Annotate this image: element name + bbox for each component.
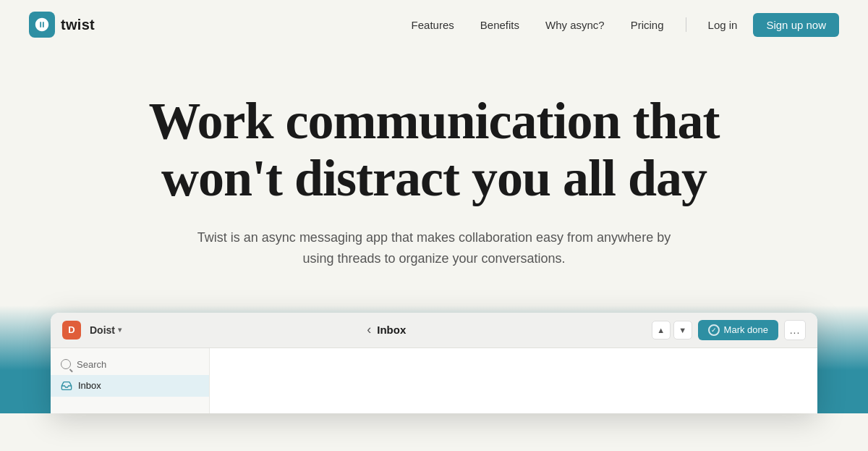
app-preview-section: D Doist ▾ ‹ Inbox ▲ ▼ ✓ Mark done	[0, 305, 868, 413]
nav-signup[interactable]: Sign up now	[753, 13, 839, 37]
inbox-icon	[61, 380, 72, 392]
app-titlebar: D Doist ▾ ‹ Inbox ▲ ▼ ✓ Mark done	[51, 313, 817, 348]
workspace-name[interactable]: Doist ▾	[90, 324, 122, 336]
search-icon	[61, 359, 71, 369]
nav-pricing[interactable]: Pricing	[621, 14, 674, 35]
nav-divider	[686, 17, 686, 32]
logo-text: twist	[61, 17, 95, 33]
navbar: twist Features Benefits Why async? Prici…	[0, 0, 868, 49]
nav-login[interactable]: Log in	[698, 14, 748, 35]
sidebar-inbox-item[interactable]: Inbox	[51, 375, 209, 397]
inbox-breadcrumb: Inbox	[377, 324, 406, 336]
logo-link[interactable]: twist	[29, 12, 95, 38]
app-content: Search Inbox	[51, 348, 817, 413]
app-main	[210, 348, 817, 413]
hero-section: Work communication that won't distract y…	[0, 49, 868, 305]
nav-benefits[interactable]: Benefits	[470, 14, 529, 35]
hero-title: Work communication that won't distract y…	[109, 93, 760, 207]
more-options-button[interactable]: ...	[784, 320, 806, 340]
hero-subtitle: Twist is an async messaging app that mak…	[188, 227, 680, 269]
nav-down-button[interactable]: ▼	[673, 321, 692, 340]
app-sidebar: Search Inbox	[51, 348, 210, 413]
nav-why-async[interactable]: Why async?	[535, 14, 615, 35]
sidebar-search[interactable]: Search	[51, 354, 209, 375]
app-window: D Doist ▾ ‹ Inbox ▲ ▼ ✓ Mark done	[51, 313, 817, 413]
nav-features[interactable]: Features	[401, 14, 464, 35]
nav-links: Features Benefits Why async? Pricing Log…	[401, 13, 839, 37]
nav-up-button[interactable]: ▲	[652, 321, 671, 340]
back-arrow-icon[interactable]: ‹	[367, 322, 371, 337]
logo-icon	[29, 12, 55, 38]
header-actions: ▲ ▼ ✓ Mark done ...	[652, 320, 806, 340]
workspace-chevron-icon: ▾	[118, 326, 122, 334]
workspace-badge: D	[62, 321, 81, 340]
mark-done-button[interactable]: ✓ Mark done	[698, 320, 778, 340]
nav-arrows: ▲ ▼	[652, 321, 692, 340]
check-circle-icon: ✓	[708, 324, 720, 336]
